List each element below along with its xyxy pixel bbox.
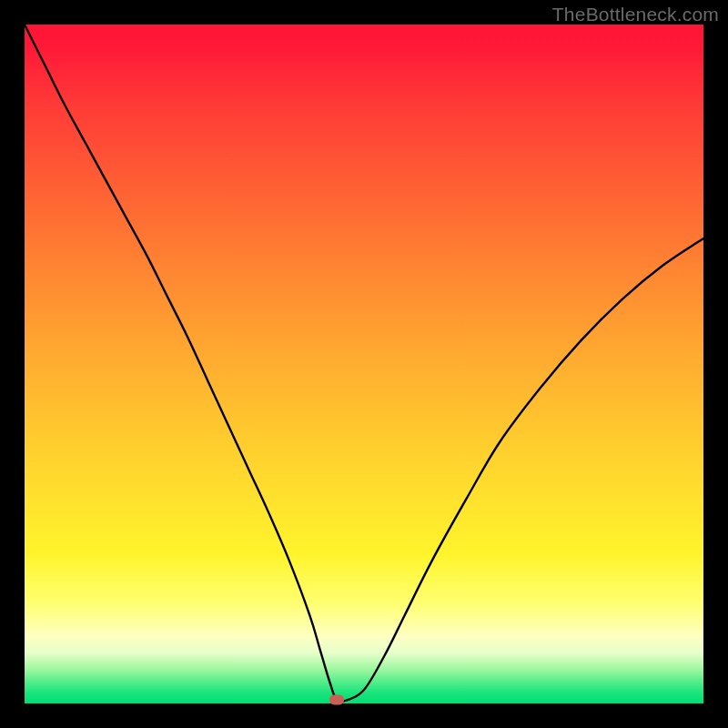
- optimal-point-marker: [329, 695, 344, 705]
- curve-layer: [25, 25, 703, 703]
- bottleneck-curve: [25, 25, 703, 702]
- chart-frame: TheBottleneck.com: [0, 0, 728, 728]
- watermark-text: TheBottleneck.com: [552, 4, 719, 25]
